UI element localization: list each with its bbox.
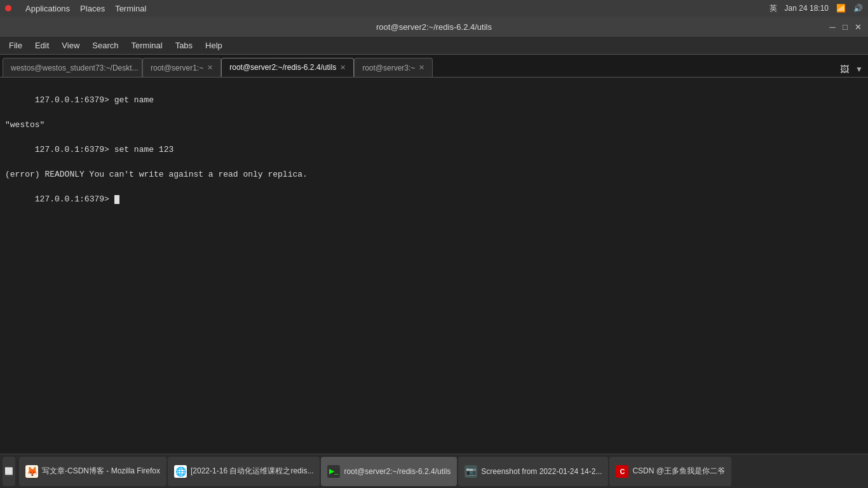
terminal-line-1: 127.0.0.1:6379> get name <box>5 81 863 119</box>
minimize-button[interactable]: ─ <box>827 22 837 32</box>
system-bar: Applications Places Terminal 英 Jan 24 18… <box>0 0 868 17</box>
taskbar-label-csdn: CSDN @王多鱼我是你二爷 <box>632 466 725 477</box>
tab-label-westos: westos@westos_student73:~/Deskt... <box>11 64 139 72</box>
tab-label-server1: root@server1:~ <box>151 64 203 72</box>
terminal-cursor <box>114 195 119 204</box>
menu-view[interactable]: View <box>55 39 86 51</box>
screenshot-tab-button[interactable]: 🖼 <box>836 62 853 77</box>
cmd-1: get name <box>114 95 154 105</box>
taskbar-item-screenshot[interactable]: 📷 Screenshot from 2022-01-24 14-2... <box>458 457 608 486</box>
menu-bar: File Edit View Search Terminal Tabs Help <box>0 37 868 55</box>
menu-tabs[interactable]: Tabs <box>169 39 199 51</box>
tab-close-server1[interactable]: ✕ <box>207 64 213 72</box>
firefox-icon: 🦊 <box>25 465 38 478</box>
terminal-line-2: 127.0.0.1:6379> set name 123 <box>5 131 863 168</box>
terminal-line-3: 127.0.0.1:6379> <box>5 180 863 218</box>
terminal-content[interactable]: 127.0.0.1:6379> get name "westos" 127.0.… <box>0 78 868 454</box>
taskbar: ⬜ 🦊 写文章-CSDN博客 - Mozilla Firefox 🌐 [2022… <box>0 454 868 488</box>
chrome-icon: 🌐 <box>174 465 187 478</box>
show-desktop-icon: ⬜ <box>4 467 13 475</box>
terminal-window: root@server2:~/redis-6.2.4/utils ─ □ ✕ F… <box>0 17 868 454</box>
applications-menu[interactable]: Applications <box>25 4 70 13</box>
menu-file[interactable]: File <box>3 39 29 51</box>
wifi-icon <box>836 4 846 13</box>
tab-server1[interactable]: root@server1:~ ✕ <box>142 58 221 77</box>
taskbar-item-terminal[interactable]: ▶_ root@server2:~/redis-6.2.4/utils <box>321 457 457 486</box>
terminal-error-1: (error) READONLY You can't write against… <box>5 168 863 181</box>
tabs-dropdown-button[interactable]: ▼ <box>853 63 865 76</box>
menu-search[interactable]: Search <box>86 39 125 51</box>
taskbar-label-screenshot: Screenshot from 2022-01-24 14-2... <box>481 467 602 476</box>
prompt-3: 127.0.0.1:6379> <box>35 194 114 204</box>
system-bar-right: 英 Jan 24 18:10 <box>770 3 863 14</box>
menu-help[interactable]: Help <box>199 39 229 51</box>
show-desktop-button[interactable]: ⬜ <box>3 457 15 486</box>
title-bar-controls: ─ □ ✕ <box>827 22 863 32</box>
close-button[interactable]: ✕ <box>853 22 863 32</box>
tab-server3[interactable]: root@server3:~ ✕ <box>354 58 433 77</box>
terminal-taskbar-icon: ▶_ <box>327 465 340 478</box>
terminal-menu[interactable]: Terminal <box>115 4 146 13</box>
taskbar-label-firefox: 写文章-CSDN博客 - Mozilla Firefox <box>42 466 160 477</box>
tab-server2[interactable]: root@server2:~/redis-6.2.4/utils ✕ <box>221 58 354 77</box>
csdn-icon: C <box>616 465 628 478</box>
tab-westos[interactable]: westos@westos_student73:~/Deskt... ✕ <box>3 58 142 77</box>
tab-label-server2: root@server2:~/redis-6.2.4/utils <box>229 63 336 72</box>
tabs-bar: westos@westos_student73:~/Deskt... ✕ roo… <box>0 55 868 78</box>
tab-close-server3[interactable]: ✕ <box>419 64 424 72</box>
maximize-button[interactable]: □ <box>840 22 850 32</box>
prompt-2: 127.0.0.1:6379> <box>35 145 114 154</box>
system-bar-left: Applications Places Terminal <box>5 4 146 13</box>
tab-label-server3: root@server3:~ <box>362 64 415 72</box>
taskbar-label-terminal: root@server2:~/redis-6.2.4/utils <box>344 467 451 476</box>
title-bar: root@server2:~/redis-6.2.4/utils ─ □ ✕ <box>0 17 868 37</box>
cmd-2: set name 123 <box>114 145 174 154</box>
tab-close-server2[interactable]: ✕ <box>340 64 346 72</box>
menu-edit[interactable]: Edit <box>29 39 55 51</box>
app-dot <box>5 5 11 11</box>
language-indicator: 英 <box>770 3 777 14</box>
places-menu[interactable]: Places <box>80 4 105 13</box>
datetime-display: Jan 24 18:10 <box>785 4 829 13</box>
tabs-extra: 🖼 ▼ <box>836 62 865 77</box>
screenshot-icon: 📷 <box>465 465 477 478</box>
prompt-1: 127.0.0.1:6379> <box>35 95 114 105</box>
taskbar-item-firefox[interactable]: 🦊 写文章-CSDN博客 - Mozilla Firefox <box>19 457 166 486</box>
menu-terminal[interactable]: Terminal <box>125 39 169 51</box>
taskbar-item-chrome[interactable]: 🌐 [2022-1-16 自动化运维课程之redis... <box>168 457 320 486</box>
taskbar-label-chrome: [2022-1-16 自动化运维课程之redis... <box>191 466 313 477</box>
terminal-output-1: "westos" <box>5 119 863 132</box>
window-title: root@server2:~/redis-6.2.4/utils <box>376 22 492 32</box>
taskbar-item-csdn[interactable]: C CSDN @王多鱼我是你二爷 <box>609 457 731 486</box>
volume-icon <box>853 4 863 13</box>
